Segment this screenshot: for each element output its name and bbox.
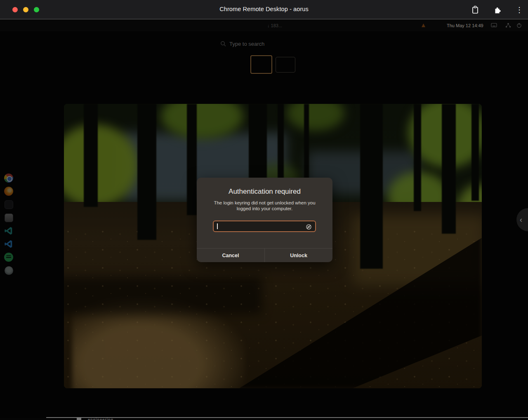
dock-item-spotify[interactable] — [3, 252, 14, 263]
mail-icon — [5, 200, 13, 209]
workspace-thumbnail-active[interactable] — [250, 55, 272, 74]
dock-item-mail[interactable] — [3, 199, 14, 210]
unlock-button[interactable]: Unlock — [265, 249, 332, 262]
text-caret — [217, 223, 218, 229]
firefox-icon — [4, 187, 13, 196]
dialog-title: Authentication required — [197, 188, 332, 196]
search-placeholder: Type to search — [229, 41, 264, 47]
side-panel-toggle[interactable]: ‹ — [516, 208, 528, 231]
dock-item-vscode-insiders[interactable] — [3, 239, 14, 249]
files-icon — [5, 214, 13, 222]
extensions-icon[interactable] — [492, 5, 503, 15]
remote-desktop-viewport: ↓ 183... Thu May 12 14:49 Type to search — [0, 20, 528, 420]
folder-icon — [77, 418, 81, 420]
dock — [3, 173, 15, 278]
spotify-icon — [4, 253, 13, 262]
dialog-buttons: Cancel Unlock — [197, 248, 332, 262]
bottom-folder-label: engineering — [88, 418, 113, 420]
dock-item-google-chrome[interactable] — [3, 173, 14, 183]
clipboard-icon[interactable] — [470, 5, 481, 15]
gnome-clock[interactable]: Thu May 12 14:49 — [447, 23, 483, 28]
chrome-icon — [4, 174, 13, 183]
power-icon[interactable] — [516, 23, 522, 28]
dock-item-settings[interactable] — [3, 265, 14, 276]
notification-indicator-icon — [421, 23, 426, 28]
dock-item-files[interactable] — [3, 212, 14, 223]
reveal-password-icon[interactable] — [305, 223, 312, 230]
bottom-partial-row: engineering — [0, 418, 528, 420]
window-titlebar: Chrome Remote Desktop - aorus ⋮ — [0, 0, 528, 19]
authentication-dialog: Authentication required The login keyrin… — [197, 178, 332, 262]
gnome-top-bar: ↓ 183... Thu May 12 14:49 — [0, 20, 528, 31]
chevron-left-icon: ‹ — [520, 216, 522, 224]
network-speed-indicator: ↓ 183... — [267, 23, 282, 28]
dialog-message: The login keyring did not get unlocked w… — [209, 200, 321, 211]
dock-item-firefox[interactable] — [3, 186, 14, 197]
password-input[interactable] — [213, 221, 316, 232]
dock-item-vscode[interactable] — [3, 225, 14, 236]
network-icon[interactable] — [505, 23, 511, 28]
settings-icon — [5, 266, 13, 275]
cancel-button[interactable]: Cancel — [197, 249, 265, 262]
overview-search[interactable]: Type to search — [220, 40, 328, 47]
vscode-icon — [4, 226, 13, 235]
input-source-icon[interactable] — [491, 23, 497, 28]
window-title: Chrome Remote Desktop - aorus — [0, 6, 528, 12]
menu-icon[interactable]: ⋮ — [514, 5, 525, 15]
workspace-thumbnail[interactable] — [276, 57, 295, 73]
search-icon — [220, 41, 226, 47]
vscode-insiders-icon — [4, 239, 13, 249]
